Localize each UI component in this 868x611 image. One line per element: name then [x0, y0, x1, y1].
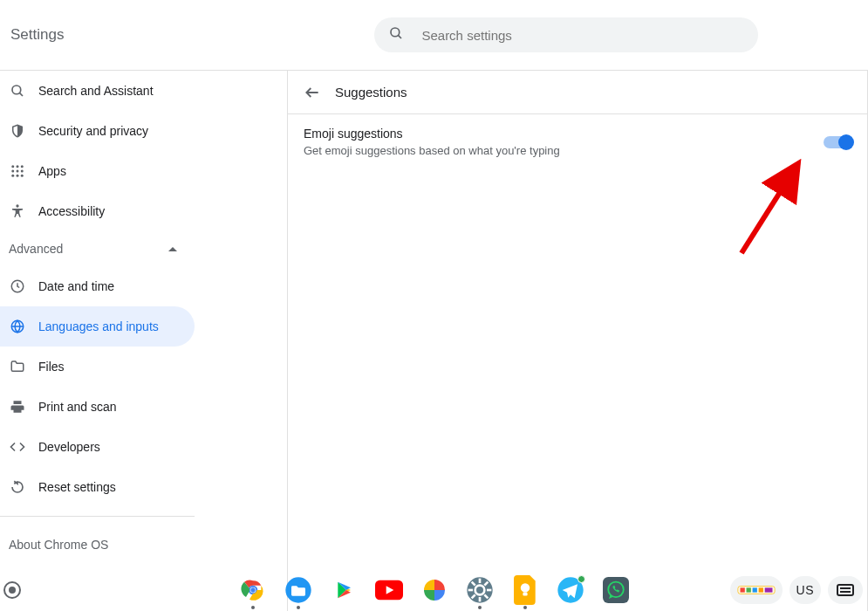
- chevron-up-icon: [168, 247, 177, 251]
- search-input[interactable]: [421, 28, 744, 43]
- sidebar-item-apps[interactable]: Apps: [0, 151, 195, 191]
- notification-dot-icon: [578, 575, 585, 583]
- clock-icon: [9, 278, 26, 295]
- sidebar-item-files[interactable]: Files: [0, 347, 195, 387]
- page-header: Suggestions: [288, 71, 867, 114]
- sidebar-about-label: About Chrome OS: [9, 538, 108, 552]
- sidebar-item-label: Search and Assistant: [38, 84, 154, 98]
- launcher-button[interactable]: [3, 581, 21, 599]
- svg-rect-41: [740, 587, 744, 592]
- telegram-icon[interactable]: [557, 576, 584, 604]
- input-language-indicator[interactable]: US: [789, 576, 821, 604]
- svg-point-21: [250, 587, 255, 592]
- app-title: Settings: [10, 26, 64, 44]
- settings-sidebar: Search and Assistant Security and privac…: [0, 71, 195, 611]
- svg-point-0: [391, 28, 400, 37]
- input-language-label: US: [796, 583, 814, 597]
- svg-point-10: [11, 175, 14, 177]
- photos-icon[interactable]: [420, 576, 448, 604]
- settings-app-icon[interactable]: [466, 576, 494, 604]
- sidebar-item-label: Print and scan: [38, 400, 117, 414]
- youtube-icon[interactable]: [375, 576, 403, 604]
- svg-point-9: [21, 170, 24, 173]
- emoji-suggestions-title: Emoji suggestions: [304, 127, 560, 141]
- reset-icon: [9, 478, 26, 496]
- sidebar-item-security-privacy[interactable]: Security and privacy: [0, 111, 195, 151]
- svg-point-13: [16, 204, 18, 207]
- accessibility-icon: [9, 203, 26, 220]
- svg-point-7: [11, 170, 14, 173]
- sidebar-item-label: Developers: [38, 440, 100, 454]
- sidebar-about-chrome-os[interactable]: About Chrome OS: [0, 525, 195, 564]
- keep-icon[interactable]: [511, 576, 539, 604]
- svg-rect-44: [758, 587, 762, 592]
- back-arrow-icon: [304, 84, 321, 101]
- app-bar: Settings: [0, 0, 868, 71]
- svg-rect-42: [746, 587, 750, 592]
- globe-icon: [9, 318, 26, 335]
- virtual-keyboard-button[interactable]: [828, 576, 863, 604]
- shelf: US: [0, 569, 868, 611]
- sidebar-item-languages-inputs[interactable]: Languages and inputs: [0, 306, 195, 347]
- status-tray: US: [730, 576, 863, 604]
- sidebar-item-label: Security and privacy: [38, 124, 148, 138]
- sidebar-item-print-scan[interactable]: Print and scan: [0, 387, 195, 427]
- search-assistant-icon: [9, 82, 26, 100]
- code-icon: [9, 438, 26, 456]
- svg-point-5: [17, 165, 19, 168]
- svg-line-1: [399, 35, 402, 38]
- apps-grid-icon: [9, 162, 26, 180]
- emoji-suggestions-toggle[interactable]: [824, 136, 851, 148]
- sidebar-item-label: Accessibility: [38, 204, 105, 218]
- svg-point-35: [520, 583, 529, 592]
- sidebar-advanced-label: Advanced: [9, 242, 63, 256]
- files-app-icon[interactable]: [284, 576, 312, 604]
- svg-point-12: [21, 175, 24, 177]
- svg-point-4: [11, 165, 14, 168]
- folder-icon: [9, 358, 26, 375]
- play-store-icon[interactable]: [330, 576, 358, 604]
- printer-icon: [9, 398, 26, 415]
- svg-rect-43: [752, 587, 756, 592]
- svg-rect-36: [523, 593, 527, 596]
- keyboard-icon: [837, 584, 854, 596]
- svg-point-2: [12, 86, 21, 94]
- svg-point-6: [21, 165, 24, 168]
- search-field[interactable]: [374, 17, 758, 52]
- sidebar-item-label: Date and time: [38, 279, 114, 293]
- sidebar-item-developers[interactable]: Developers: [0, 427, 195, 467]
- chrome-icon[interactable]: [239, 576, 267, 604]
- quick-settings-icon: [737, 580, 776, 600]
- svg-point-11: [17, 175, 19, 177]
- svg-point-8: [17, 170, 19, 173]
- settings-page: Suggestions Emoji suggestions Get emoji …: [287, 71, 868, 611]
- emoji-suggestions-subtitle: Get emoji suggestions based on what you'…: [304, 144, 560, 157]
- sidebar-item-reset-settings[interactable]: Reset settings: [0, 467, 195, 507]
- whatsapp-icon[interactable]: [602, 576, 630, 604]
- shield-icon: [9, 122, 26, 140]
- svg-rect-45: [764, 587, 772, 592]
- shelf-app-row: [239, 576, 630, 604]
- sidebar-divider: [0, 516, 195, 517]
- sidebar-item-label: Files: [38, 360, 65, 374]
- layout-gap: [195, 71, 287, 611]
- page-title: Suggestions: [335, 85, 407, 100]
- sidebar-item-date-time[interactable]: Date and time: [0, 266, 195, 306]
- quick-settings-button[interactable]: [730, 576, 783, 604]
- search-icon: [388, 25, 404, 45]
- sidebar-item-accessibility[interactable]: Accessibility: [0, 191, 195, 231]
- sidebar-item-label: Reset settings: [38, 480, 116, 494]
- sidebar-item-search-assistant[interactable]: Search and Assistant: [0, 71, 195, 111]
- back-button[interactable]: [304, 84, 321, 101]
- emoji-suggestions-row: Emoji suggestions Get emoji suggestions …: [288, 114, 867, 169]
- sidebar-item-label: Apps: [38, 164, 66, 178]
- sidebar-item-label: Languages and inputs: [38, 319, 159, 333]
- sidebar-advanced-header[interactable]: Advanced: [0, 231, 195, 266]
- svg-line-3: [19, 93, 23, 96]
